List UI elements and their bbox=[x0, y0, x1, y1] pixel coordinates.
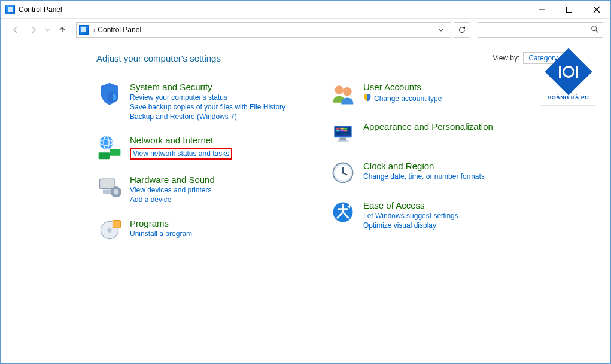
address-dropdown-icon[interactable] bbox=[434, 23, 448, 37]
close-button[interactable] bbox=[583, 1, 610, 18]
category-sublink-text: Save backup copies of your files with Fi… bbox=[130, 103, 285, 111]
viewby-label: View by: bbox=[493, 54, 519, 62]
window-controls bbox=[528, 1, 610, 18]
window-title: Control Panel bbox=[19, 5, 528, 14]
content-area: Adjust your computer's settings View by:… bbox=[1, 41, 610, 363]
svg-point-23 bbox=[343, 87, 352, 96]
category-sublink[interactable]: Review your computer's status bbox=[130, 93, 285, 102]
category-icon[interactable] bbox=[330, 160, 356, 186]
category-item: ProgramsUninstall a program bbox=[96, 217, 318, 243]
category-sublink[interactable]: Optimize visual display bbox=[363, 221, 458, 230]
toolbar: › Control Panel bbox=[1, 19, 610, 41]
category-body: Appearance and Personalization bbox=[363, 120, 493, 146]
minimize-button[interactable] bbox=[528, 1, 555, 18]
category-sublink-text: Review your computer's status bbox=[130, 93, 227, 102]
category-sublink[interactable]: Let Windows suggest settings bbox=[363, 212, 458, 220]
up-button[interactable] bbox=[54, 22, 70, 38]
search-icon[interactable] bbox=[591, 25, 599, 35]
control-panel-icon bbox=[5, 5, 15, 14]
svg-point-19 bbox=[107, 228, 111, 232]
breadcrumb-chevron-icon: › bbox=[93, 27, 95, 33]
recent-locations-dropdown[interactable] bbox=[44, 22, 52, 38]
svg-line-5 bbox=[596, 30, 598, 32]
address-bar[interactable]: › Control Panel bbox=[76, 22, 451, 38]
svg-point-38 bbox=[342, 172, 344, 174]
category-icon[interactable] bbox=[96, 217, 123, 243]
category-icon[interactable] bbox=[330, 199, 356, 225]
titlebar: Control Panel bbox=[1, 1, 610, 19]
category-item: Clock and RegionChange date, time, or nu… bbox=[330, 160, 551, 186]
category-body: User AccountsChange account type bbox=[363, 81, 442, 107]
category-body: Network and InternetView network status … bbox=[130, 134, 232, 160]
category-column-left: System and SecurityReview your computer'… bbox=[96, 81, 318, 256]
main-panel: Adjust your computer's settings View by:… bbox=[15, 52, 596, 363]
svg-rect-28 bbox=[344, 128, 348, 130]
svg-rect-11 bbox=[99, 152, 110, 159]
forward-button[interactable] bbox=[26, 22, 41, 38]
svg-rect-26 bbox=[336, 128, 340, 130]
category-sublink-text: Add a device bbox=[130, 195, 171, 204]
svg-rect-33 bbox=[338, 140, 348, 142]
category-sublink-text: Let Windows suggest settings bbox=[363, 212, 458, 220]
search-box[interactable] bbox=[478, 22, 603, 38]
svg-rect-1 bbox=[567, 7, 572, 12]
category-title[interactable]: Network and Internet bbox=[130, 135, 232, 145]
control-panel-window: Control Panel › Co bbox=[0, 0, 611, 364]
svg-rect-31 bbox=[344, 130, 348, 132]
category-item: Ease of AccessLet Windows suggest settin… bbox=[330, 199, 551, 230]
category-sublink-text: Optimize visual display bbox=[363, 221, 436, 230]
category-body: System and SecurityReview your computer'… bbox=[130, 81, 285, 121]
category-column-right: User AccountsChange account typeAppearan… bbox=[330, 81, 551, 256]
svg-point-22 bbox=[335, 85, 344, 94]
breadcrumb-item[interactable]: Control Panel bbox=[98, 26, 141, 34]
category-body: Ease of AccessLet Windows suggest settin… bbox=[363, 199, 458, 230]
svg-point-16 bbox=[113, 189, 118, 195]
svg-point-7 bbox=[100, 136, 113, 149]
category-sublink-highlighted[interactable]: View network status and tasks bbox=[130, 148, 232, 160]
category-item: Network and InternetView network status … bbox=[96, 134, 318, 160]
svg-rect-14 bbox=[103, 190, 112, 194]
category-sublink[interactable]: Backup and Restore (Windows 7) bbox=[130, 112, 285, 121]
category-icon[interactable] bbox=[96, 81, 123, 107]
brand-logo: HOÀNG HÀ PC bbox=[540, 50, 596, 106]
category-body: Hardware and SoundView devices and print… bbox=[130, 173, 215, 204]
svg-rect-27 bbox=[340, 128, 344, 130]
back-button[interactable] bbox=[8, 22, 23, 38]
category-sublink[interactable]: Save backup copies of your files with Fi… bbox=[130, 103, 285, 111]
category-sublink[interactable]: Change date, time, or number formats bbox=[363, 172, 485, 181]
category-body: ProgramsUninstall a program bbox=[130, 217, 192, 243]
category-title[interactable]: Ease of Access bbox=[363, 200, 458, 210]
refresh-button[interactable] bbox=[454, 22, 470, 38]
svg-rect-32 bbox=[340, 137, 346, 140]
svg-rect-12 bbox=[100, 179, 115, 189]
category-title[interactable]: Clock and Region bbox=[363, 161, 485, 171]
category-sublink[interactable]: View devices and printers bbox=[130, 186, 215, 194]
category-sublink-text: View devices and printers bbox=[130, 186, 212, 194]
category-title[interactable]: Hardware and Sound bbox=[130, 175, 215, 185]
category-item: Appearance and Personalization bbox=[330, 120, 551, 146]
search-input[interactable] bbox=[482, 26, 591, 34]
category-title[interactable]: Appearance and Personalization bbox=[363, 121, 493, 131]
category-title[interactable]: User Accounts bbox=[363, 82, 442, 92]
svg-rect-30 bbox=[340, 130, 344, 132]
category-sublink-text: View network status and tasks bbox=[133, 149, 229, 158]
category-sublink-text: Uninstall a program bbox=[130, 230, 192, 238]
maximize-button[interactable] bbox=[555, 1, 583, 18]
category-icon[interactable] bbox=[330, 81, 356, 107]
category-item: System and SecurityReview your computer'… bbox=[96, 81, 318, 121]
svg-rect-10 bbox=[110, 149, 120, 156]
page-title: Adjust your computer's settings bbox=[96, 53, 493, 63]
category-body: Clock and RegionChange date, time, or nu… bbox=[363, 160, 485, 186]
category-sublink[interactable]: Add a device bbox=[130, 195, 215, 204]
category-title[interactable]: Programs bbox=[130, 218, 192, 228]
category-icon[interactable] bbox=[96, 173, 123, 200]
category-icon[interactable] bbox=[330, 120, 356, 146]
category-sublink[interactable]: Change account type bbox=[363, 93, 442, 103]
category-icon[interactable] bbox=[96, 134, 123, 160]
category-sublink-text: Backup and Restore (Windows 7) bbox=[130, 112, 237, 121]
category-sublink-text: Change account type bbox=[374, 94, 442, 103]
svg-rect-20 bbox=[113, 221, 121, 228]
category-sublink[interactable]: Uninstall a program bbox=[130, 230, 192, 238]
shield-icon bbox=[363, 93, 372, 103]
category-title[interactable]: System and Security bbox=[130, 82, 285, 92]
